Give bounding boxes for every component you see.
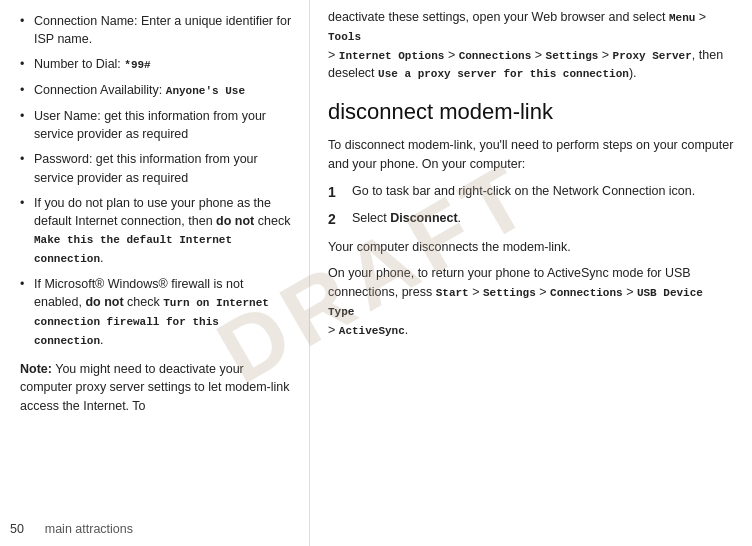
connections-ref: Connections xyxy=(459,50,532,62)
numbered-list: 1 Go to task bar and right-click on the … xyxy=(328,182,734,230)
internet-options-ref: Internet Options xyxy=(339,50,445,62)
menu-ref: Menu xyxy=(669,12,695,24)
note-text: You might need to deactivate your comput… xyxy=(20,362,290,414)
bullet-text-1: Connection Name: Enter a unique identifi… xyxy=(34,14,291,46)
list-item: If you do not plan to use your phone as … xyxy=(20,194,293,268)
dial-number: *99# xyxy=(124,59,150,71)
bullet-text-5: Password: get this information from your… xyxy=(34,152,258,184)
computer-disconnects-para: Your computer disconnects the modem-link… xyxy=(328,238,734,257)
phone-para: On your phone, to return your phone to A… xyxy=(328,264,734,339)
page-number: 50 xyxy=(10,522,24,536)
step-2: 2 Select Disconnect. xyxy=(328,209,734,230)
proxy-server-ref: Proxy Server xyxy=(613,50,692,62)
connections-ref2: Connections xyxy=(550,287,623,299)
note-label: Note: xyxy=(20,362,52,376)
bullet-text-3: Connection Availability: Anyone's Use xyxy=(34,83,245,97)
bullet-list: Connection Name: Enter a unique identifi… xyxy=(20,12,293,350)
tools-ref: Tools xyxy=(328,31,361,43)
list-item: Connection Availability: Anyone's Use xyxy=(20,81,293,100)
bullet-text-6: If you do not plan to use your phone as … xyxy=(34,196,290,265)
page-footer: 50 main attractions xyxy=(10,522,133,536)
top-paragraph: deactivate these settings, open your Web… xyxy=(328,8,734,83)
left-column: Connection Name: Enter a unique identifi… xyxy=(0,0,310,546)
footer-section-label: main attractions xyxy=(45,522,133,536)
right-column: deactivate these settings, open your Web… xyxy=(310,0,752,546)
bullet-text-2: Number to Dial: *99# xyxy=(34,57,151,71)
list-item: Connection Name: Enter a unique identifi… xyxy=(20,12,293,48)
page-container: DRAFT Connection Name: Enter a unique id… xyxy=(0,0,752,546)
settings-ref: Settings xyxy=(546,50,599,62)
intro-paragraph: To disconnect modem-link, you'll need to… xyxy=(328,136,734,174)
step-2-number: 2 xyxy=(328,209,352,230)
step-1: 1 Go to task bar and right-click on the … xyxy=(328,182,734,203)
step-1-text: Go to task bar and right-click on the Ne… xyxy=(352,182,734,203)
start-ref: Start xyxy=(436,287,469,299)
activesync-ref: ActiveSync xyxy=(339,325,405,337)
step-2-text: Select Disconnect. xyxy=(352,209,734,230)
step-1-number: 1 xyxy=(328,182,352,203)
deselect-ref: Use a proxy server for this connection xyxy=(378,68,629,80)
list-item: If Microsoft® Windows® firewall is not e… xyxy=(20,275,293,350)
bullet-text-7: If Microsoft® Windows® firewall is not e… xyxy=(34,277,269,347)
list-item: Number to Dial: *99# xyxy=(20,55,293,74)
bullet-text-4: User Name: get this information from you… xyxy=(34,109,266,141)
section-heading: disconnect modem-link xyxy=(328,95,734,128)
list-item: User Name: get this information from you… xyxy=(20,107,293,143)
disconnect-bold: Disconnect xyxy=(390,211,457,225)
note-block: Note: You might need to deactivate your … xyxy=(20,360,293,416)
availability-value: Anyone's Use xyxy=(166,85,245,97)
settings-ref2: Settings xyxy=(483,287,536,299)
list-item: Password: get this information from your… xyxy=(20,150,293,186)
